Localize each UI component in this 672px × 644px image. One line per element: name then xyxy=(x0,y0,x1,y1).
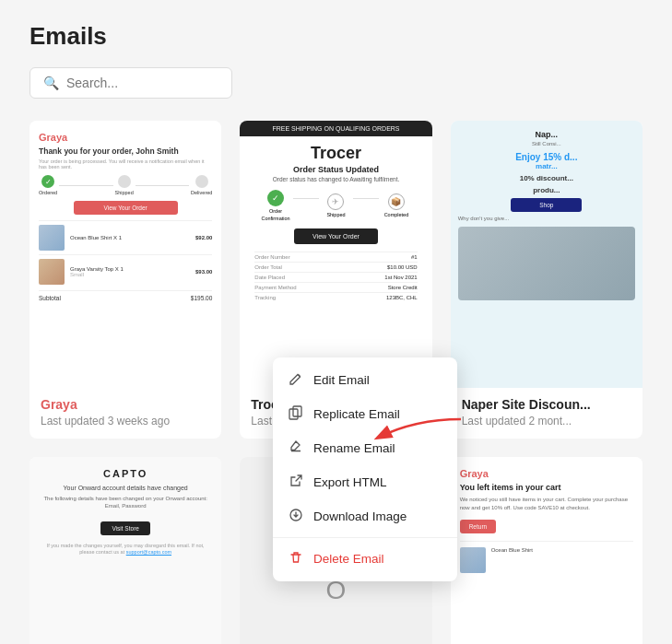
card-naper: Nap... Still Consi... Enjoy 15% d... mat… xyxy=(451,121,643,439)
trocer-circle-2: ✈ xyxy=(327,193,344,210)
menu-item-rename[interactable]: Rename Email xyxy=(273,431,457,465)
graya-subtotal: Subtotal $195.00 xyxy=(39,290,212,301)
naper-btn: Shop xyxy=(511,198,582,212)
detail-row-1: Order Total $10.00 USD xyxy=(254,262,417,272)
trocer-details: Order Number #1 Order Total $10.00 USD D… xyxy=(240,252,431,310)
product-img-1 xyxy=(39,225,65,251)
graya-thank-you: Thank you for your order, John Smith xyxy=(39,146,212,156)
preview-capto: CAPTO Your Onward account details have c… xyxy=(29,457,221,644)
menu-delete-label: Delete Email xyxy=(313,552,384,566)
detail-row-4: Tracking 123BC, CHL xyxy=(254,292,417,302)
card-thumbnail-trocer: FREE SHIPPING ON QUALIFING ORDERS Trocer… xyxy=(240,121,431,388)
capto-btn: Visit Store xyxy=(100,521,150,535)
product-row-2: Graya Varsity Top X 1 Small $93.00 xyxy=(39,254,212,288)
menu-rename-label: Rename Email xyxy=(313,441,395,455)
naper-sub: Still Consi... xyxy=(458,141,635,146)
menu-item-edit[interactable]: Edit Email xyxy=(273,363,457,397)
preview-naper: Nap... Still Consi... Enjoy 15% d... mat… xyxy=(451,121,643,388)
graya2-btn: Return xyxy=(460,520,497,533)
menu-divider xyxy=(273,537,457,538)
page-container: Emails 🔍 Graya Thank you for your order,… xyxy=(0,0,672,644)
detail-row-0: Order Number #1 xyxy=(254,252,417,262)
graya-brand: Graya xyxy=(39,132,212,143)
replicate-icon xyxy=(288,405,304,423)
naper-brand: Nap... xyxy=(458,130,635,139)
naper-discount: 10% discount... xyxy=(458,174,635,182)
trocer-banner: FREE SHIPPING ON QUALIFING ORDERS xyxy=(240,121,431,136)
card-graya-order: Graya Thank you for your order, John Smi… xyxy=(29,121,221,439)
step-circle-shipped xyxy=(118,175,131,188)
capto-link: support@capto.com xyxy=(126,549,171,555)
menu-export-label: Export HTML xyxy=(313,475,387,489)
naper-why: Why don't you give... xyxy=(458,216,635,221)
trocer-cta: View Your Order xyxy=(294,228,378,244)
card-graya-cart: Graya You left items in your cart We not… xyxy=(451,457,643,644)
graya-cta-btn: View Your Order xyxy=(74,201,178,215)
naper-discount2: produ... xyxy=(458,186,635,194)
trocer-line-1 xyxy=(293,198,319,199)
graya2-title: You left items in your cart xyxy=(460,483,633,492)
context-menu: Edit Email Replicate Email Rename Email xyxy=(273,357,457,581)
menu-item-delete[interactable]: Delete Email xyxy=(273,542,457,576)
trocer-subtitle: Order status has changed to Awaiting ful… xyxy=(240,176,431,182)
card-subtitle-naper: Last updated 2 mont... xyxy=(462,415,631,427)
search-icon: 🔍 xyxy=(43,76,59,90)
card-title-graya: Graya xyxy=(41,397,210,412)
menu-item-download[interactable]: Download Image xyxy=(273,499,457,533)
step-ordered: ✓ Ordered xyxy=(39,175,57,195)
rename-icon xyxy=(288,439,304,457)
trocer-status-row: ✓ Order Confirmation ✈ Shipped 📦 Comp xyxy=(240,190,431,221)
step-circle-delivered xyxy=(195,175,208,188)
card-thumbnail-capto: CAPTO Your Onward account details have c… xyxy=(29,457,221,644)
product-row-1: Ocean Blue Shirt X 1 $92.00 xyxy=(39,220,212,254)
trocer-line-2 xyxy=(353,198,379,199)
graya-status: Your order is being processed. You will … xyxy=(39,158,212,170)
card-info-naper: Naper Site Discoun... Last updated 2 mon… xyxy=(451,388,643,439)
capto-footer: If you made the changes yourself, you ma… xyxy=(39,543,212,556)
export-icon xyxy=(288,474,304,491)
capto-info: The following details have been changed … xyxy=(39,495,212,510)
graya2-product: Ocean Blue Shirt xyxy=(460,541,633,573)
naper-promo: Enjoy 15% d... xyxy=(458,152,635,162)
menu-download-label: Download Image xyxy=(313,509,407,523)
card-info-graya: Graya Last updated 3 weeks ago xyxy=(29,388,221,439)
graya2-product-img xyxy=(460,547,486,573)
trocer-step-3: 📦 Completed xyxy=(379,193,413,217)
menu-item-export[interactable]: Export HTML xyxy=(273,465,457,499)
step-circle-ordered: ✓ xyxy=(41,175,54,188)
graya2-text: We noticed you still have items in your … xyxy=(460,496,633,512)
capto-brand: CAPTO xyxy=(39,468,212,479)
card-capto: CAPTO Your Onward account details have c… xyxy=(29,457,221,644)
trocer-step-2: ✈ Shipped xyxy=(319,193,353,217)
detail-row-3: Payment Method Store Credit xyxy=(254,282,417,292)
page-title: Emails xyxy=(29,22,643,51)
trocer-brand: Trocer xyxy=(240,136,431,165)
graya2-brand: Graya xyxy=(460,468,633,479)
trocer-step-1: ✓ Order Confirmation xyxy=(258,190,292,221)
step-line-2 xyxy=(136,185,189,186)
preview-graya2: Graya You left items in your cart We not… xyxy=(451,457,643,644)
graya2-product-name: Ocean Blue Shirt xyxy=(491,547,533,573)
trocer-circle-1: ✓ xyxy=(267,190,284,206)
preview-trocer: FREE SHIPPING ON QUALIFING ORDERS Trocer… xyxy=(240,121,431,388)
menu-item-replicate[interactable]: Replicate Email xyxy=(273,397,457,431)
trocer-title: Order Status Updated xyxy=(240,165,431,174)
card-subtitle-graya: Last updated 3 weeks ago xyxy=(41,415,210,427)
naper-promo2: matr... xyxy=(458,162,635,170)
preview-graya: Graya Thank you for your order, John Smi… xyxy=(29,121,221,388)
trocer-circle-3: 📦 xyxy=(388,193,405,210)
edit-icon xyxy=(288,371,304,389)
product-img-2 xyxy=(39,259,65,285)
step-delivered: Delivered xyxy=(191,175,212,195)
detail-row-2: Date Placed 1st Nov 2021 xyxy=(254,272,417,282)
step-line-1 xyxy=(59,185,112,186)
search-input[interactable] xyxy=(66,76,218,90)
menu-edit-label: Edit Email xyxy=(313,373,370,387)
card-title-naper: Naper Site Discoun... xyxy=(462,397,631,412)
search-bar[interactable]: 🔍 xyxy=(29,67,232,99)
menu-replicate-label: Replicate Email xyxy=(313,407,400,421)
download-icon xyxy=(288,508,304,525)
step-shipped: Shipped xyxy=(115,175,134,195)
card-thumbnail-naper: Nap... Still Consi... Enjoy 15% d... mat… xyxy=(451,121,643,388)
delete-icon xyxy=(288,550,304,568)
